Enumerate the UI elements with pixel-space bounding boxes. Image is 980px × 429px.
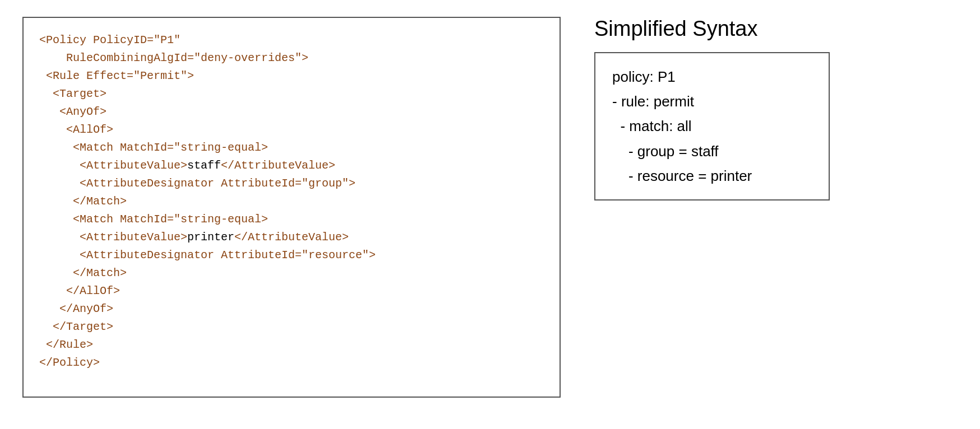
xml-code-block: <Policy PolicyID="P1" RuleCombiningAlgId… <box>39 31 544 372</box>
simplified-box: policy: P1 - rule: permit - match: all -… <box>594 52 830 200</box>
simplified-title: Simplified Syntax <box>594 17 757 41</box>
xml-panel: <Policy PolicyID="P1" RuleCombiningAlgId… <box>22 17 561 398</box>
simplified-content: policy: P1 - rule: permit - match: all -… <box>612 64 812 188</box>
simplified-panel: Simplified Syntax policy: P1 - rule: per… <box>594 17 958 200</box>
